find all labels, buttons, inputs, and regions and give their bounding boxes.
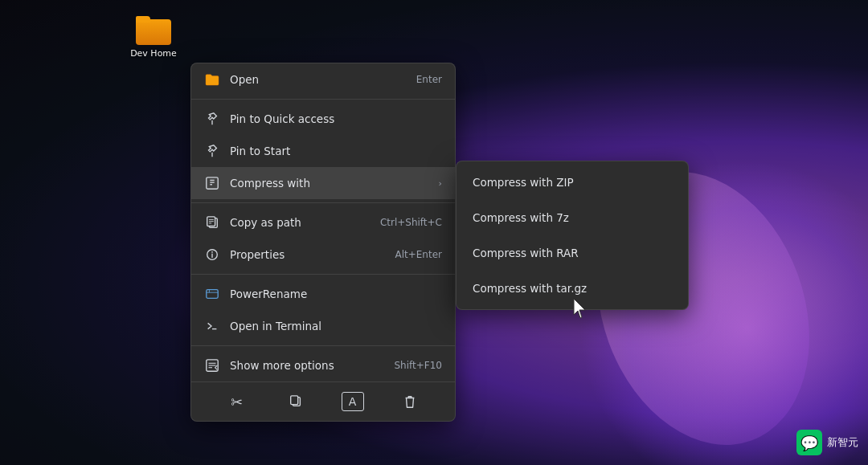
submenu-item-rar-label: Compress with RAR xyxy=(473,247,579,259)
menu-item-open-label: Open xyxy=(230,73,407,86)
submenu-item-zip[interactable]: Compress with ZIP xyxy=(457,165,688,200)
menu-item-show-more-shortcut: Shift+F10 xyxy=(394,360,442,371)
wechat-badge: 💬 新智元 xyxy=(796,430,858,455)
divider-1 xyxy=(191,99,455,100)
svg-rect-2 xyxy=(207,177,218,189)
submenu-item-7z[interactable]: Compress with 7z xyxy=(457,200,688,235)
menu-item-power-rename[interactable]: PowerRename xyxy=(191,278,455,310)
pin-icon-1 xyxy=(204,111,220,127)
menu-item-properties-label: Properties xyxy=(230,248,385,261)
menu-item-open-shortcut: Enter xyxy=(416,74,442,85)
show-more-icon xyxy=(204,357,220,373)
copy-button[interactable] xyxy=(283,389,309,414)
menu-item-compress-with[interactable]: Compress with › Compress with ZIP Compre… xyxy=(191,167,455,199)
menu-item-pin-quick-access-label: Pin to Quick access xyxy=(230,112,442,125)
submenu-item-targz-label: Compress with tar.gz xyxy=(473,282,587,295)
svg-rect-14 xyxy=(207,290,218,299)
cut-button[interactable]: ✂ xyxy=(224,389,250,414)
properties-icon xyxy=(204,247,220,263)
folder-icon xyxy=(136,14,171,45)
desktop-icon-label: Dev Home xyxy=(130,48,177,59)
context-menu: Open Enter Pin to Quick access Pin to St… xyxy=(190,63,456,422)
power-rename-icon xyxy=(204,286,220,302)
menu-item-copy-as-path-shortcut: Ctrl+Shift+C xyxy=(380,217,442,228)
menu-item-properties[interactable]: Properties Alt+Enter xyxy=(191,239,455,271)
menu-item-open-terminal[interactable]: Open in Terminal xyxy=(191,310,455,342)
menu-item-copy-as-path[interactable]: Copy as path Ctrl+Shift+C xyxy=(191,206,455,239)
wechat-icon: 💬 xyxy=(796,430,822,455)
submenu-item-targz[interactable]: Compress with tar.gz xyxy=(457,271,688,306)
pin-icon-2 xyxy=(204,143,220,159)
submenu-item-zip-label: Compress with ZIP xyxy=(473,176,574,189)
divider-4 xyxy=(191,345,455,346)
rename-button[interactable]: A xyxy=(342,392,364,411)
menu-item-properties-shortcut: Alt+Enter xyxy=(395,249,442,260)
menu-item-show-more-label: Show more options xyxy=(230,359,384,372)
menu-bottom-bar: ✂ A xyxy=(191,381,455,421)
svg-point-13 xyxy=(211,251,213,253)
menu-item-power-rename-label: PowerRename xyxy=(230,288,442,300)
menu-item-pin-start-label: Pin to Start xyxy=(230,145,442,157)
folder-open-icon xyxy=(204,71,220,88)
menu-item-pin-quick-access[interactable]: Pin to Quick access xyxy=(191,103,455,135)
desktop-icon-dev-home[interactable]: Dev Home xyxy=(125,14,182,59)
menu-item-open-terminal-label: Open in Terminal xyxy=(230,320,442,332)
terminal-icon xyxy=(204,318,220,334)
menu-item-copy-as-path-label: Copy as path xyxy=(230,216,371,229)
menu-item-open[interactable]: Open Enter xyxy=(191,63,455,96)
menu-item-pin-start[interactable]: Pin to Start xyxy=(191,135,455,167)
divider-3 xyxy=(191,274,455,275)
delete-button[interactable] xyxy=(397,389,423,414)
wechat-label: 新智元 xyxy=(827,435,858,450)
copy-path-icon xyxy=(204,214,220,230)
submenu-item-7z-label: Compress with 7z xyxy=(473,211,569,224)
compress-icon xyxy=(204,175,220,191)
menu-item-compress-with-label: Compress with xyxy=(230,177,423,190)
submenu-item-rar[interactable]: Compress with RAR xyxy=(457,235,688,271)
menu-item-show-more[interactable]: Show more options Shift+F10 xyxy=(191,349,455,381)
divider-2 xyxy=(191,202,455,203)
submenu-compress: Compress with ZIP Compress with 7z Compr… xyxy=(456,161,689,310)
chevron-right-icon: › xyxy=(439,178,442,189)
svg-rect-23 xyxy=(290,396,297,405)
